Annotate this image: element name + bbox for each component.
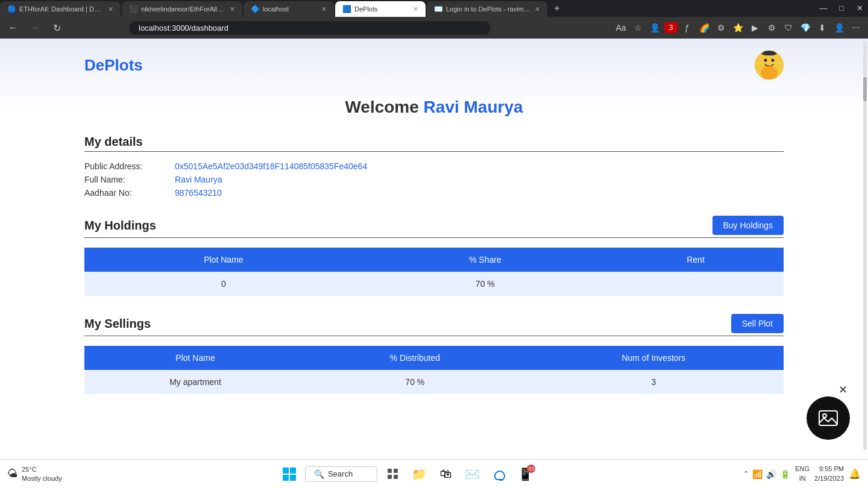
scrollbar[interactable]	[863, 41, 867, 450]
settings-icon[interactable]: ⚙	[764, 20, 779, 35]
url-input[interactable]	[129, 21, 491, 35]
battery-icon[interactable]: 🔋	[780, 469, 790, 479]
buy-holdings-button[interactable]: Buy Holdings	[712, 216, 784, 235]
address-bar: ← → ↻ Aa ☆ 👤 3 ƒ 🌈 ⚙ ⭐ ▶ ⚙ 🛡 💎 ⬇ 👤 ⋯	[0, 17, 868, 39]
weather-condition: Mostly cloudy	[22, 474, 62, 483]
tab-2-close[interactable]: ✕	[230, 5, 235, 13]
tab-5-title: Login in to DePlots - ravimaurya	[446, 5, 531, 13]
mail-icon[interactable]: ✉️	[462, 463, 483, 485]
start-button[interactable]	[278, 463, 300, 485]
tab-4-title: DePlots	[354, 5, 409, 13]
search-icon: 🔍	[314, 469, 324, 479]
volume-icon[interactable]: 🔊	[766, 469, 776, 479]
sellings-header-row: Plot Name % Distributed Num of Investors	[84, 346, 784, 370]
search-bar[interactable]: 🔍 Search	[305, 466, 377, 482]
download-icon[interactable]: ⬇	[815, 20, 829, 35]
sys-tray: ⌃ 📶 🔊 🔋	[743, 469, 790, 479]
svg-rect-6	[819, 411, 837, 425]
float-close-button[interactable]: ✕	[838, 383, 848, 396]
svg-rect-8	[283, 468, 289, 474]
new-tab-button[interactable]: +	[549, 0, 565, 17]
svg-point-3	[772, 59, 775, 62]
wallet-icon[interactable]: 💎	[798, 20, 813, 35]
tab-4-favicon: 🟦	[342, 5, 351, 13]
font-icon[interactable]: Aa	[614, 20, 628, 35]
tab-2[interactable]: ⬛ nikheelindanoor/EthForAll2023 ✕	[122, 1, 242, 17]
svg-rect-12	[388, 469, 392, 473]
close-button[interactable]: ✕	[851, 1, 868, 14]
tab-4-close[interactable]: ✕	[413, 5, 418, 13]
sell-plot-button[interactable]: Sell Plot	[731, 314, 784, 333]
page-header: DePlots	[84, 51, 784, 80]
language-indicator[interactable]: ENG IN	[795, 465, 810, 483]
task-view-icon[interactable]	[382, 463, 404, 485]
tab-1-favicon: 🔵	[7, 5, 16, 13]
tab-3-title: localhost	[263, 5, 318, 13]
full-name-label: Full Name:	[84, 175, 175, 184]
forward-button[interactable]: →	[27, 19, 43, 36]
phone-badge: 33	[527, 465, 535, 473]
extensions-icon[interactable]: 3	[664, 22, 678, 33]
maximize-button[interactable]: □	[833, 1, 850, 14]
sellings-table: Plot Name % Distributed Num of Investors…	[84, 346, 784, 394]
notification-icon[interactable]: 🔔	[849, 468, 861, 480]
image-icon	[817, 407, 839, 429]
float-image-button[interactable]	[807, 396, 850, 440]
menu-icon[interactable]: ⋯	[849, 20, 863, 35]
time-display: 9:55 PM	[814, 465, 844, 474]
sellings-col-plot: Plot Name	[84, 346, 306, 370]
shield-icon[interactable]: 🛡	[781, 20, 796, 35]
taskbar-left: 🌤 25°C Mostly cloudy	[7, 465, 72, 483]
tab-1-close[interactable]: ✕	[108, 5, 113, 13]
tab-5-close[interactable]: ✕	[535, 5, 540, 13]
tab-5[interactable]: ✉️ Login in to DePlots - ravimaurya ✕	[427, 1, 547, 17]
welcome-title: Welcome Ravi Maurya	[84, 98, 784, 117]
user-icon[interactable]: 👤	[832, 20, 846, 35]
refresh-button[interactable]: ↻	[48, 19, 65, 36]
aadhaar-value: 9876543210	[175, 188, 784, 198]
weather-temp: 25°C	[22, 465, 62, 474]
up-arrow-icon[interactable]: ⌃	[743, 470, 749, 478]
svg-point-2	[764, 59, 767, 62]
favorites-icon[interactable]: ☆	[631, 20, 645, 35]
extensions2-icon[interactable]: ⚙	[714, 20, 728, 35]
holdings-row-1: 0 70 %	[84, 272, 784, 296]
task-view-svg	[387, 468, 399, 480]
logo: DePlots	[84, 56, 143, 75]
minimize-button[interactable]: —	[815, 1, 832, 14]
tab-3-close[interactable]: ✕	[321, 5, 327, 13]
svg-rect-15	[394, 475, 398, 479]
my-holdings-divider	[84, 237, 784, 238]
edge-icon[interactable]	[488, 463, 510, 485]
svg-rect-10	[283, 475, 289, 481]
phone-link-icon[interactable]: 📱 33	[515, 463, 536, 485]
scrollbar-thumb[interactable]	[863, 77, 867, 101]
taskbar: 🌤 25°C Mostly cloudy 🔍 Search	[0, 459, 868, 488]
public-address-label: Public Address:	[84, 161, 175, 171]
star-icon[interactable]: ⭐	[731, 20, 745, 35]
profile-icon[interactable]: 👤	[647, 20, 662, 35]
tab-3[interactable]: 🔷 localhost ✕	[244, 1, 334, 17]
math-icon[interactable]: ƒ	[680, 20, 694, 35]
holdings-col-rent: Rent	[608, 248, 784, 272]
microsoft-store-icon[interactable]: 🛍	[435, 463, 457, 485]
aadhaar-label: Aadhaar No:	[84, 188, 175, 198]
color-icon[interactable]: 🌈	[697, 20, 711, 35]
tab-1[interactable]: 🔵 ETHforAll: Dashboard | Devfolio ✕	[0, 1, 121, 17]
clock[interactable]: 9:55 PM 2/19/2023	[814, 465, 844, 483]
network-icon[interactable]: 📶	[752, 469, 763, 479]
back-button[interactable]: ←	[5, 19, 22, 36]
search-label: Search	[328, 469, 353, 478]
my-details-section: My details Public Address: 0x5015Ae5Af2e…	[84, 135, 784, 198]
tab-bar: 🔵 ETHforAll: Dashboard | Devfolio ✕ ⬛ ni…	[0, 0, 868, 17]
svg-rect-9	[290, 468, 296, 474]
holdings-col-share: % Share	[363, 248, 608, 272]
svg-rect-4	[761, 66, 778, 80]
youtube-icon[interactable]: ▶	[747, 20, 762, 35]
my-sellings-header: My Sellings Sell Plot	[84, 314, 784, 333]
avatar[interactable]	[755, 51, 784, 80]
weather-widget[interactable]: 🌤 25°C Mostly cloudy	[7, 465, 62, 483]
file-explorer-icon[interactable]: 📁	[409, 463, 430, 485]
tab-4[interactable]: 🟦 DePlots ✕	[335, 1, 426, 17]
my-sellings-divider	[84, 336, 784, 336]
